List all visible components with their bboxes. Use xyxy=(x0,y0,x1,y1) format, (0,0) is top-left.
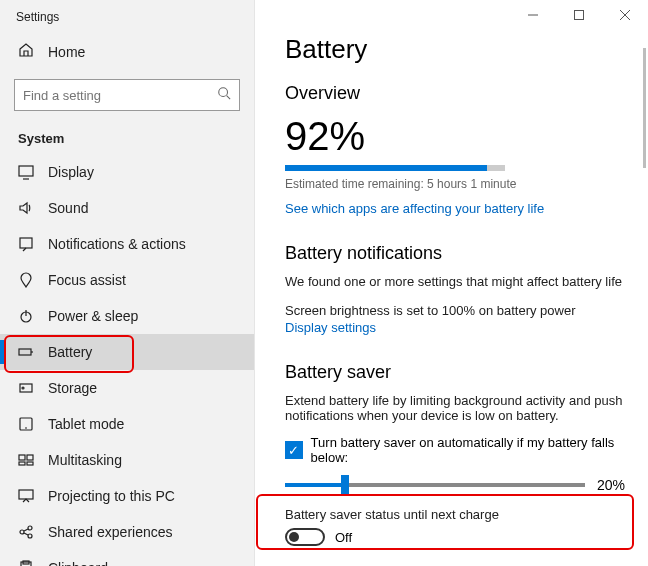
nav-label: Tablet mode xyxy=(48,416,124,432)
nav-label: Sound xyxy=(48,200,88,216)
nav-label: Focus assist xyxy=(48,272,126,288)
sidebar-item-shared-experiences[interactable]: Shared experiences xyxy=(0,514,254,550)
overview-heading: Overview xyxy=(285,83,648,104)
toggle-state-text: Off xyxy=(335,530,352,545)
nav-label: Clipboard xyxy=(48,560,108,566)
category-heading: System xyxy=(0,119,254,154)
focus-assist-icon xyxy=(18,272,34,288)
multitasking-icon xyxy=(18,452,34,468)
slider-value-label: 20% xyxy=(597,477,625,493)
nav-label: Power & sleep xyxy=(48,308,138,324)
saver-description: Extend battery life by limiting backgrou… xyxy=(285,393,635,423)
tablet-icon xyxy=(18,416,34,432)
main-content: Battery Overview 92% Estimated time rema… xyxy=(255,0,648,566)
display-settings-link[interactable]: Display settings xyxy=(285,320,376,335)
battery-percent: 92% xyxy=(285,114,648,159)
battery-icon xyxy=(18,344,34,360)
sound-icon xyxy=(18,200,34,216)
sidebar-item-notifications[interactable]: Notifications & actions xyxy=(0,226,254,262)
nav-label: Storage xyxy=(48,380,97,396)
display-icon xyxy=(18,164,34,180)
apps-affecting-link[interactable]: See which apps are affecting your batter… xyxy=(285,201,544,216)
battery-bar xyxy=(285,165,505,171)
home-nav-item[interactable]: Home xyxy=(0,32,254,71)
notifications-heading: Battery notifications xyxy=(285,243,648,264)
sidebar-item-storage[interactable]: Storage xyxy=(0,370,254,406)
svg-rect-2 xyxy=(20,238,32,248)
nav-list: Display Sound Notifications & actions Fo… xyxy=(0,154,254,566)
svg-rect-1 xyxy=(19,166,33,176)
clipboard-icon xyxy=(18,560,34,566)
home-icon xyxy=(18,42,34,61)
threshold-slider[interactable] xyxy=(285,483,585,487)
nav-label: Projecting to this PC xyxy=(48,488,175,504)
brightness-note: Screen brightness is set to 100% on batt… xyxy=(285,303,648,318)
nav-label: Multitasking xyxy=(48,452,122,468)
scrollbar[interactable] xyxy=(643,48,646,168)
estimated-time: Estimated time remaining: 5 hours 1 minu… xyxy=(285,177,648,191)
shared-icon xyxy=(18,524,34,540)
minimize-button[interactable] xyxy=(510,0,556,30)
search-icon xyxy=(217,86,231,104)
sidebar-item-display[interactable]: Display xyxy=(0,154,254,190)
sidebar-item-clipboard[interactable]: Clipboard xyxy=(0,550,254,566)
titlebar-controls xyxy=(510,0,648,30)
svg-rect-9 xyxy=(27,455,33,460)
nav-label: Display xyxy=(48,164,94,180)
sidebar-item-tablet-mode[interactable]: Tablet mode xyxy=(0,406,254,442)
svg-rect-11 xyxy=(27,462,33,465)
home-label: Home xyxy=(48,44,85,60)
svg-rect-18 xyxy=(575,11,584,20)
svg-point-13 xyxy=(20,530,24,534)
nav-label: Battery xyxy=(48,344,92,360)
auto-saver-checkbox-row[interactable]: ✓ Turn battery saver on automatically if… xyxy=(285,435,648,465)
projecting-icon xyxy=(18,488,34,504)
notifications-found-text: We found one or more settings that might… xyxy=(285,274,648,289)
saver-toggle-switch[interactable] xyxy=(285,528,325,546)
sidebar-item-focus-assist[interactable]: Focus assist xyxy=(0,262,254,298)
search-box[interactable] xyxy=(14,79,240,111)
saver-heading: Battery saver xyxy=(285,362,648,383)
svg-rect-10 xyxy=(19,462,25,465)
notifications-icon xyxy=(18,236,34,252)
svg-point-14 xyxy=(28,526,32,530)
nav-label: Notifications & actions xyxy=(48,236,186,252)
power-icon xyxy=(18,308,34,324)
sidebar-item-power-sleep[interactable]: Power & sleep xyxy=(0,298,254,334)
svg-rect-4 xyxy=(19,349,31,355)
svg-point-15 xyxy=(28,534,32,538)
sidebar-item-battery[interactable]: Battery xyxy=(0,334,254,370)
sidebar-item-sound[interactable]: Sound xyxy=(0,190,254,226)
search-input[interactable] xyxy=(23,88,213,103)
toggle-label: Battery saver status until next charge xyxy=(285,507,648,522)
sidebar-item-projecting[interactable]: Projecting to this PC xyxy=(0,478,254,514)
close-button[interactable] xyxy=(602,0,648,30)
storage-icon xyxy=(18,380,34,396)
page-title: Battery xyxy=(285,34,648,65)
sidebar-item-multitasking[interactable]: Multitasking xyxy=(0,442,254,478)
checkbox-checked-icon[interactable]: ✓ xyxy=(285,441,303,459)
window-title: Settings xyxy=(0,0,254,32)
checkbox-label: Turn battery saver on automatically if m… xyxy=(311,435,648,465)
nav-label: Shared experiences xyxy=(48,524,173,540)
maximize-button[interactable] xyxy=(556,0,602,30)
svg-rect-12 xyxy=(19,490,33,499)
svg-point-6 xyxy=(22,387,24,389)
svg-point-0 xyxy=(219,88,228,97)
sidebar: Settings Home System Display Sound xyxy=(0,0,255,566)
svg-rect-8 xyxy=(19,455,25,460)
